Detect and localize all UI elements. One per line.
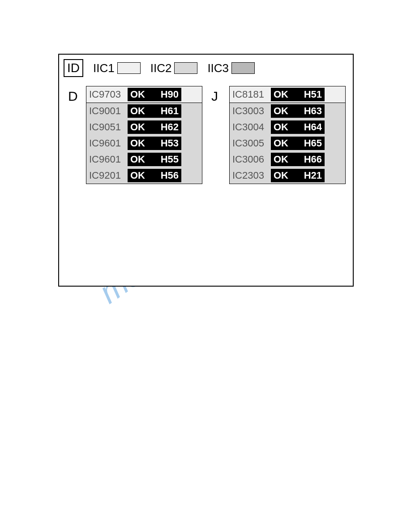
status-badge: OK H61 xyxy=(128,104,181,118)
section-med: IC9001 OK H61 IC9051 OK H62 xyxy=(86,103,202,184)
code-text: H53 xyxy=(161,137,179,149)
legend-item-iic3: IIC3 xyxy=(207,61,255,75)
ic-label: IC9703 xyxy=(89,89,124,100)
column-box: IC9703 OK H90 IC9001 OK H61 xyxy=(86,86,202,184)
ic-label: IC8181 xyxy=(232,89,267,100)
status-text: OK xyxy=(130,89,145,100)
status-badge: OK H66 xyxy=(271,153,325,166)
code-text: H66 xyxy=(304,154,322,165)
table-row: IC3003 OK H63 xyxy=(230,103,345,119)
legend-item-label: IIC3 xyxy=(207,61,229,75)
table-row: IC9703 OK H90 xyxy=(86,86,202,103)
status-text: OK xyxy=(274,121,288,133)
id-label-box: ID xyxy=(64,59,83,77)
code-text: H51 xyxy=(304,89,322,100)
section-med: IC3003 OK H63 IC3004 OK H64 xyxy=(230,103,345,184)
status-badge: OK H55 xyxy=(128,153,181,166)
swatch-icon xyxy=(231,62,255,74)
status-text: OK xyxy=(130,121,145,133)
ic-label: IC9601 xyxy=(89,137,124,149)
ic-label: IC9051 xyxy=(89,121,124,133)
status-text: OK xyxy=(130,154,145,165)
status-badge: OK H53 xyxy=(128,137,181,150)
column-letter: J xyxy=(211,89,224,104)
table-row: IC9601 OK H55 xyxy=(86,151,202,167)
status-text: OK xyxy=(130,105,145,117)
status-badge: OK H65 xyxy=(271,137,325,150)
status-text: OK xyxy=(130,170,145,181)
code-text: H21 xyxy=(304,170,322,181)
code-text: H61 xyxy=(161,105,179,117)
status-text: OK xyxy=(274,105,288,117)
status-badge: OK H51 xyxy=(271,88,325,101)
legend-item-label: IIC1 xyxy=(93,61,115,75)
ic-label: IC9601 xyxy=(89,154,124,165)
status-text: OK xyxy=(274,89,288,100)
columns-container: D IC9703 OK H90 IC9001 OK xyxy=(68,86,346,184)
column-j: J IC8181 OK H51 IC3003 OK xyxy=(211,86,346,184)
status-text: OK xyxy=(274,137,288,149)
code-text: H55 xyxy=(161,154,179,165)
ic-label: IC3003 xyxy=(232,105,267,117)
table-row: IC8181 OK H51 xyxy=(230,86,345,103)
code-text: H63 xyxy=(304,105,322,117)
legend: ID IIC1 IIC2 IIC3 xyxy=(64,59,255,77)
ic-label: IC9201 xyxy=(89,170,124,181)
ic-label: IC3004 xyxy=(232,121,267,133)
column-letter: D xyxy=(68,89,81,104)
table-row: IC9001 OK H61 xyxy=(86,103,202,119)
section-light: IC8181 OK H51 xyxy=(230,86,345,103)
table-row: IC9601 OK H53 xyxy=(86,135,202,151)
status-text: OK xyxy=(130,137,145,149)
status-badge: OK H64 xyxy=(271,120,325,134)
status-badge: OK H21 xyxy=(271,169,325,182)
section-light: IC9703 OK H90 xyxy=(86,86,202,103)
table-row: IC3005 OK H65 xyxy=(230,135,345,151)
ic-label: IC3006 xyxy=(232,154,267,165)
diagram-frame: ID IIC1 IIC2 IIC3 D IC9703 OK H9 xyxy=(58,54,354,287)
column-box: IC8181 OK H51 IC3003 OK H63 xyxy=(229,86,346,184)
table-row: IC3006 OK H66 xyxy=(230,151,345,167)
swatch-icon xyxy=(117,62,141,74)
status-text: OK xyxy=(274,154,288,165)
status-badge: OK H90 xyxy=(128,88,181,101)
status-badge: OK H62 xyxy=(128,120,181,134)
table-row: IC3004 OK H64 xyxy=(230,119,345,135)
code-text: H65 xyxy=(304,137,322,149)
ic-label: IC9001 xyxy=(89,105,124,117)
swatch-icon xyxy=(174,62,197,74)
table-row: IC9201 OK H56 xyxy=(86,167,202,184)
code-text: H90 xyxy=(161,89,179,100)
status-badge: OK H56 xyxy=(128,169,181,182)
legend-item-iic2: IIC2 xyxy=(150,61,198,75)
code-text: H56 xyxy=(161,170,179,181)
legend-item-label: IIC2 xyxy=(150,61,172,75)
table-row: IC9051 OK H62 xyxy=(86,119,202,135)
column-d: D IC9703 OK H90 IC9001 OK xyxy=(68,86,202,184)
code-text: H62 xyxy=(161,121,179,133)
ic-label: IC2303 xyxy=(232,170,267,181)
code-text: H64 xyxy=(304,121,322,133)
table-row: IC2303 OK H21 xyxy=(230,167,345,184)
legend-item-iic1: IIC1 xyxy=(93,61,141,75)
status-text: OK xyxy=(274,170,288,181)
status-badge: OK H63 xyxy=(271,104,325,118)
ic-label: IC3005 xyxy=(232,137,267,149)
